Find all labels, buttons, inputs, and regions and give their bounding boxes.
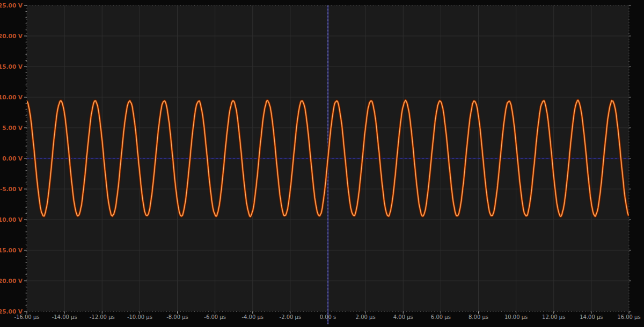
x-axis-tick-label: 10.00 µs	[504, 314, 528, 320]
y-axis-tick-label: 25.00 V	[0, 2, 23, 9]
x-axis-tick-label: 8.00 µs	[469, 314, 488, 320]
oscilloscope-plot[interactable]: 25.00 V20.00 V15.00 V10.00 V5.00 V0.00 V…	[0, 0, 644, 327]
y-axis-tick-label: -20.00 V	[0, 278, 23, 284]
x-axis-tick-label: -4.00 µs	[241, 314, 264, 320]
x-axis-tick-label: -10.00 µs	[127, 314, 152, 320]
x-axis-tick-label: -16.00 µs	[14, 314, 40, 320]
y-axis-tick-label: 10.00 V	[0, 94, 23, 100]
x-axis-tick-label: 0.00 s	[320, 314, 336, 320]
x-axis-tick-label: -6.00 µs	[204, 314, 226, 320]
y-axis-tick-label: -5.00 V	[0, 186, 23, 192]
y-axis-tick-label: -15.00 V	[0, 247, 23, 253]
y-axis-tick-label: 20.00 V	[0, 33, 23, 39]
y-axis-tick-label: 15.00 V	[0, 63, 23, 70]
y-axis-tick-label: 5.00 V	[2, 125, 23, 131]
x-axis-tick-label: 2.00 µs	[356, 314, 376, 320]
y-axis-tick-label: 0.00 V	[2, 155, 23, 162]
y-axis-tick-label: -25.00 V	[0, 308, 23, 315]
x-axis-tick-label: 4.00 µs	[393, 314, 413, 320]
oscilloscope-window: 25.00 V20.00 V15.00 V10.00 V5.00 V0.00 V…	[0, 0, 644, 327]
x-axis-tick-label: 6.00 µs	[431, 314, 451, 320]
x-axis-tick-label: 16.00 µs	[617, 314, 640, 320]
x-axis-tick-label: -14.00 µs	[52, 314, 77, 320]
x-axis-tick-label: -2.00 µs	[280, 314, 302, 320]
x-axis-tick-label: 12.00 µs	[542, 314, 565, 320]
x-axis-tick-label: -8.00 µs	[166, 314, 188, 320]
x-axis-tick-label: 14.00 µs	[580, 314, 603, 320]
y-axis-tick-label: -10.00 V	[0, 216, 23, 223]
x-axis-tick-label: -12.00 µs	[90, 314, 115, 320]
